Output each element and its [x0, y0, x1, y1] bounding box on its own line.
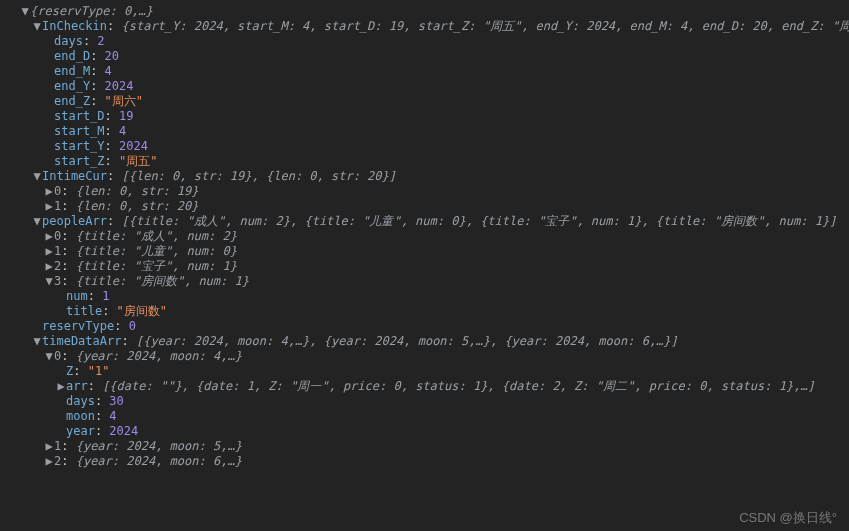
chevron-down-icon[interactable]: ▼: [32, 214, 42, 229]
tree-row-array-item[interactable]: ▶2: {year: 2024, moon: 6,…}: [8, 454, 841, 469]
chevron-right-icon[interactable]: ▶: [44, 184, 54, 199]
chevron-right-icon[interactable]: ▶: [44, 454, 54, 469]
chevron-right-icon[interactable]: ▶: [44, 229, 54, 244]
tree-row-root[interactable]: ▼{reservType: 0,…}: [8, 4, 841, 19]
tree-row-array-item[interactable]: ▶2: {title: "宝子", num: 1}: [8, 259, 841, 274]
chevron-down-icon[interactable]: ▼: [32, 334, 42, 349]
chevron-right-icon[interactable]: ▶: [44, 199, 54, 214]
tree-row-leaf: end_M: 4: [8, 64, 841, 79]
tree-row-timedataarr[interactable]: ▼timeDataArr: [{year: 2024, moon: 4,…}, …: [8, 334, 841, 349]
chevron-down-icon[interactable]: ▼: [20, 4, 30, 19]
colon: :: [107, 19, 121, 33]
tree-row-leaf: days: 2: [8, 34, 841, 49]
tree-row-incheckin[interactable]: ▼InCheckin: {start_Y: 2024, start_M: 4, …: [8, 19, 841, 34]
tree-row-leaf: reservType: 0: [8, 319, 841, 334]
tree-row-peoplearr[interactable]: ▼peopleArr: [{title: "成人", num: 2}, {tit…: [8, 214, 841, 229]
tree-row-leaf: num: 1: [8, 289, 841, 304]
chevron-right-icon[interactable]: ▶: [44, 244, 54, 259]
tree-row-array-item[interactable]: ▶1: {title: "儿童", num: 0}: [8, 244, 841, 259]
tree-row-array-item[interactable]: ▶1: {len: 0, str: 20}: [8, 199, 841, 214]
tree-row-leaf: end_D: 20: [8, 49, 841, 64]
tree-row-leaf: start_Z: "周五": [8, 154, 841, 169]
chevron-down-icon[interactable]: ▼: [32, 19, 42, 34]
tree-row-leaf: moon: 4: [8, 409, 841, 424]
chevron-right-icon[interactable]: ▶: [56, 379, 66, 394]
tree-row-array-item[interactable]: ▶0: {title: "成人", num: 2}: [8, 229, 841, 244]
prop-key: days: [54, 34, 83, 48]
prop-key: InCheckin: [42, 19, 107, 33]
tree-row-leaf: year: 2024: [8, 424, 841, 439]
tree-row-arr[interactable]: ▶arr: [{date: ""}, {date: 1, Z: "周一", pr…: [8, 379, 841, 394]
watermark: CSDN @换日线°: [739, 510, 837, 525]
tree-row-array-item[interactable]: ▶0: {len: 0, str: 19}: [8, 184, 841, 199]
object-summary: {reservType: 0,…}: [30, 4, 153, 18]
tree-row-leaf: start_D: 19: [8, 109, 841, 124]
tree-row-intimecur[interactable]: ▼IntimeCur: [{len: 0, str: 19}, {len: 0,…: [8, 169, 841, 184]
prop-value: 2: [97, 34, 104, 48]
tree-row-leaf: days: 30: [8, 394, 841, 409]
tree-row-leaf: Z: "1": [8, 364, 841, 379]
tree-row-array-item[interactable]: ▼3: {title: "房间数", num: 1}: [8, 274, 841, 289]
tree-row-array-item[interactable]: ▼0: {year: 2024, moon: 4,…}: [8, 349, 841, 364]
tree-row-leaf: start_Y: 2024: [8, 139, 841, 154]
tree-row-leaf: start_M: 4: [8, 124, 841, 139]
chevron-down-icon[interactable]: ▼: [44, 274, 54, 289]
chevron-right-icon[interactable]: ▶: [44, 439, 54, 454]
tree-row-leaf: title: "房间数": [8, 304, 841, 319]
tree-row-leaf: end_Z: "周六": [8, 94, 841, 109]
tree-row-leaf: end_Y: 2024: [8, 79, 841, 94]
tree-row-array-item[interactable]: ▶1: {year: 2024, moon: 5,…}: [8, 439, 841, 454]
object-summary: {start_Y: 2024, start_M: 4, start_D: 19,…: [121, 19, 849, 33]
chevron-down-icon[interactable]: ▼: [44, 349, 54, 364]
chevron-down-icon[interactable]: ▼: [32, 169, 42, 184]
chevron-right-icon[interactable]: ▶: [44, 259, 54, 274]
